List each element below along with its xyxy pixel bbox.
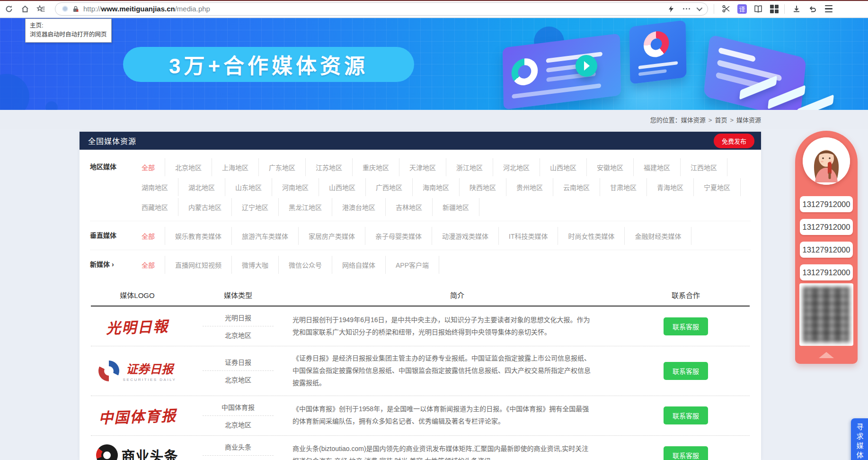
filter-option[interactable]: 陕西地区 bbox=[460, 178, 506, 196]
filter-option[interactable]: 山西地区 bbox=[319, 178, 366, 196]
filter-option[interactable]: 福建地区 bbox=[634, 158, 681, 176]
filter-option[interactable]: 安徽地区 bbox=[587, 158, 634, 176]
filter-option[interactable]: 山东地区 bbox=[225, 178, 272, 196]
filter-option[interactable]: 江苏地区 bbox=[306, 158, 353, 176]
securities-logo-en: SECURITIES DAILY bbox=[123, 378, 177, 382]
reading-mode-book-icon[interactable] bbox=[751, 2, 765, 16]
filter-option[interactable]: 全部 bbox=[132, 158, 165, 176]
filter-option[interactable]: 辽宁地区 bbox=[232, 198, 279, 216]
breadcrumb-link[interactable]: 首页 bbox=[715, 117, 727, 124]
filter-option[interactable]: 云南地区 bbox=[553, 178, 600, 196]
filter-option[interactable]: 河北地区 bbox=[493, 158, 540, 176]
filter-option[interactable]: 亲子母婴类媒体 bbox=[365, 227, 432, 245]
filter-option[interactable]: APP客户端 bbox=[386, 256, 439, 274]
filter-option[interactable]: 娱乐教育类媒体 bbox=[165, 227, 232, 245]
phone-number-pill[interactable]: 13127912000 bbox=[800, 242, 853, 258]
media-type-name: 商业头条 bbox=[225, 442, 251, 451]
insecure-lock-icon[interactable] bbox=[72, 5, 80, 13]
panel-header: 全国媒体资源 免费发布 bbox=[80, 132, 761, 150]
home-icon[interactable] bbox=[18, 2, 32, 16]
screenshot-scissors-icon[interactable] bbox=[719, 2, 733, 16]
translate-badge: 译 bbox=[737, 4, 747, 14]
filter-option[interactable]: 湖北地区 bbox=[178, 178, 225, 196]
contact-service-button[interactable]: 联系客服 bbox=[664, 446, 708, 460]
home-button-tooltip: 主页: 浏览器启动时自动打开的网页 bbox=[25, 18, 112, 43]
filter-option[interactable]: 重庆地区 bbox=[353, 158, 399, 176]
filter-option[interactable]: IT科技类媒体 bbox=[499, 227, 558, 245]
url-text[interactable]: http://www.meitiguanjias.cn/media.php bbox=[83, 5, 664, 13]
collapse-up-icon[interactable] bbox=[819, 352, 834, 358]
filter-option[interactable]: 天津地区 bbox=[399, 158, 446, 176]
filter-option[interactable]: 港澳台地区 bbox=[332, 198, 386, 216]
filter-option[interactable]: 金融财经类媒体 bbox=[625, 227, 691, 245]
phone-number-pill[interactable]: 13127912000 bbox=[800, 196, 853, 212]
site-info-icon[interactable] bbox=[62, 6, 68, 12]
filter-section: 地区媒体全部北京地区上海地区广东地区江苏地区重庆地区天津地区浙江地区河北地区山西… bbox=[80, 150, 761, 279]
filter-option[interactable]: 黑龙江地区 bbox=[279, 198, 332, 216]
menu-icon[interactable] bbox=[822, 2, 836, 16]
filter-option[interactable]: 宁夏地区 bbox=[694, 178, 741, 196]
filter-option[interactable]: 青海地区 bbox=[647, 178, 694, 196]
url-more-icon[interactable] bbox=[683, 8, 690, 9]
apps-grid-icon[interactable] bbox=[767, 2, 781, 16]
filter-option[interactable]: 时尚女性类媒体 bbox=[558, 227, 625, 245]
url-bar[interactable]: http://www.meitiguanjias.cn/media.php bbox=[55, 2, 708, 16]
filter-option[interactable]: 北京地区 bbox=[165, 158, 212, 176]
filter-option[interactable]: 全部 bbox=[132, 256, 165, 274]
phone-list: 1312791200013127912000131279120001312791… bbox=[795, 196, 858, 280]
media-description: 《中国体育报》创刊于1958年，是全国唯一以体育新闻报道为主的日报。《中国体育报… bbox=[292, 403, 622, 428]
filter-option[interactable]: 家居房产类媒体 bbox=[299, 227, 365, 245]
filter-option[interactable]: 微博大咖 bbox=[232, 256, 279, 274]
media-type-cell: 证券日报 北京地区 bbox=[184, 357, 292, 384]
reload-icon[interactable] bbox=[2, 2, 16, 16]
breadcrumb-link[interactable]: 媒体资源 bbox=[736, 117, 761, 124]
filter-option[interactable]: 湖南地区 bbox=[132, 178, 178, 196]
filter-option[interactable]: 新疆地区 bbox=[433, 198, 479, 216]
type-divider bbox=[203, 326, 274, 326]
filter-option[interactable]: 甘肃地区 bbox=[600, 178, 647, 196]
contact-sidebar: 1312791200013127912000131279120001312791… bbox=[795, 131, 858, 364]
filter-option[interactable]: 山西地区 bbox=[540, 158, 587, 176]
breadcrumb-link[interactable]: 媒体资源 bbox=[681, 117, 706, 124]
filter-option[interactable]: 广东地区 bbox=[259, 158, 306, 176]
seek-media-float-tab[interactable]: 寻求媒体报道 bbox=[851, 418, 868, 460]
url-dropdown-chevron-icon[interactable] bbox=[697, 5, 703, 11]
filter-option[interactable]: 河南地区 bbox=[272, 178, 319, 196]
filter-option[interactable]: 海南地区 bbox=[413, 178, 460, 196]
phone-number-pill[interactable]: 13127912000 bbox=[800, 219, 853, 235]
translate-icon[interactable]: 译 bbox=[735, 2, 749, 16]
filter-option[interactable]: 动漫游戏类媒体 bbox=[432, 227, 499, 245]
filter-option[interactable]: 内蒙古地区 bbox=[178, 198, 232, 216]
filter-option[interactable]: 全部 bbox=[132, 227, 165, 245]
quick-access-bolt-icon[interactable] bbox=[666, 4, 676, 14]
filter-category-label: 地区媒体 bbox=[90, 162, 132, 171]
contact-service-button[interactable]: 联系客服 bbox=[664, 362, 708, 380]
filter-option[interactable]: 直播网红短视频 bbox=[165, 256, 232, 274]
url-scheme: http:// bbox=[83, 5, 101, 13]
undo-icon[interactable] bbox=[806, 2, 820, 16]
col-header-desc: 简介 bbox=[292, 290, 622, 300]
downloads-icon[interactable] bbox=[789, 2, 804, 16]
qr-blur bbox=[803, 287, 850, 342]
filter-category-label: 垂直媒体 bbox=[90, 230, 132, 240]
filter-option[interactable]: 网络自媒体 bbox=[332, 256, 386, 274]
filter-option[interactable]: 贵州地区 bbox=[506, 178, 553, 196]
free-publish-button[interactable]: 免费发布 bbox=[714, 134, 754, 148]
filter-option[interactable]: 江西地区 bbox=[681, 158, 727, 176]
float-tab-label: 寻求媒体报道 bbox=[855, 423, 865, 460]
contact-service-button[interactable]: 联系客服 bbox=[664, 317, 708, 335]
filter-option[interactable]: 上海地区 bbox=[212, 158, 259, 176]
phone-number-pill[interactable]: 13127912000 bbox=[800, 264, 853, 280]
filter-option[interactable]: 旅游汽车类媒体 bbox=[232, 227, 299, 245]
filter-option[interactable]: 吉林地区 bbox=[386, 198, 433, 216]
service-avatar bbox=[803, 137, 850, 185]
banner-play-icon bbox=[576, 55, 597, 77]
favorites-icon[interactable] bbox=[34, 2, 48, 16]
media-type-cell: 商业头条 金融财经类媒体 bbox=[184, 442, 292, 460]
filter-option[interactable]: 西藏地区 bbox=[132, 198, 178, 216]
filter-option[interactable]: 广西地区 bbox=[366, 178, 413, 196]
filter-option[interactable]: 浙江地区 bbox=[446, 158, 493, 176]
filter-option[interactable]: 微信公众号 bbox=[279, 256, 332, 274]
contact-service-button[interactable]: 联系客服 bbox=[664, 406, 708, 424]
table-row: 光明日報 光明日报 北京地区 光明日报创刊于1949年6月16日，是中共中央主办… bbox=[91, 307, 750, 346]
